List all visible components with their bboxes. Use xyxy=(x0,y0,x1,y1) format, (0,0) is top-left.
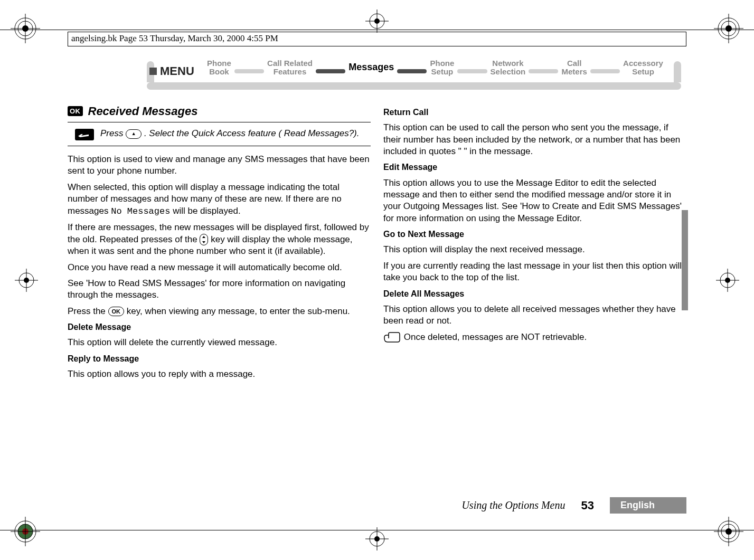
registration-mark-right-icon xyxy=(716,269,739,292)
paragraph: Press the OK key, when viewing any messa… xyxy=(68,306,371,317)
quick-access-note: Press . Select the Quick Access feature … xyxy=(68,122,371,146)
thumb-tab xyxy=(682,210,688,310)
qa-press: Press xyxy=(100,128,126,138)
section-title-text: Received Messages xyxy=(88,103,198,119)
quick-access-icon xyxy=(75,129,94,140)
subhead-go-to-next-message: Go to Next Message xyxy=(383,229,686,240)
paragraph: This option allows you to use the Messag… xyxy=(383,177,686,225)
ribbon-item-label: Setup xyxy=(632,68,654,76)
ribbon-item-label: Call Related xyxy=(267,59,313,68)
page-content: MENU Phone Book Call Related Features Me… xyxy=(68,46,686,514)
paragraph: See 'How to Read SMS Messages' for more … xyxy=(68,278,371,301)
quick-access-text: Press . Select the Quick Access feature … xyxy=(100,128,371,140)
qa-rest: . Select the Quick Access feature ( Read… xyxy=(144,128,360,138)
ribbon-item-label: Call xyxy=(567,59,582,68)
right-column: Return Call This option can be used to c… xyxy=(383,103,686,384)
pointing-hand-icon xyxy=(383,332,400,343)
ribbon-item-phone-book: Phone Book xyxy=(205,59,233,76)
text: will be displayed. xyxy=(173,206,241,216)
note-text: Once deleted, messages are NOT retrievab… xyxy=(404,332,587,342)
ribbon-item-label: Setup xyxy=(431,68,454,76)
paragraph: This option is used to view and manage a… xyxy=(68,154,371,177)
ribbon-item-messages: Messages xyxy=(346,62,396,72)
registration-mark-top-right-icon xyxy=(714,14,743,43)
ribbon-item-accessory-setup: Accessory Setup xyxy=(621,59,665,76)
footer-section-name: Using the Options Menu xyxy=(461,499,565,511)
registration-mark-bottom-right-icon xyxy=(714,517,743,546)
registration-mark-top-icon xyxy=(365,10,389,33)
ribbon-connector xyxy=(234,69,264,73)
ribbon-connector xyxy=(529,69,558,73)
ok-key-icon: OK xyxy=(108,307,125,316)
ribbon-item-call-related-features: Call Related Features xyxy=(265,59,315,76)
paragraph: This option will display the next receiv… xyxy=(383,244,686,255)
paragraph: This option will delete the currently vi… xyxy=(68,337,371,348)
ribbon-item-label: Phone xyxy=(207,59,231,68)
subhead-delete-message: Delete Message xyxy=(68,321,371,333)
menu-square-icon xyxy=(149,68,157,75)
subhead-reply-to-message: Reply to Message xyxy=(68,353,371,364)
paragraph: This option allows you to reply with a m… xyxy=(68,368,371,380)
ribbon-background xyxy=(147,82,681,90)
ribbon-item-phone-setup: Phone Setup xyxy=(428,59,456,76)
subhead-delete-all-messages: Delete All Messages xyxy=(383,288,686,299)
registration-mark-left-icon xyxy=(15,269,38,292)
footer-page-number: 53 xyxy=(581,499,594,512)
ribbon-item-label: Network xyxy=(492,59,523,68)
paragraph: If you are currently reading the last me… xyxy=(383,260,686,284)
ribbon-item-label: Meters xyxy=(561,68,587,76)
paragraph: This option can be used to call the pers… xyxy=(383,122,686,157)
ribbon-item-label: Accessory xyxy=(623,59,663,68)
registration-mark-bottom-left-icon xyxy=(11,517,40,546)
ribbon-item-call-meters: Call Meters xyxy=(559,59,589,76)
ribbon-item-label: Selection xyxy=(491,68,526,76)
text: key, when viewing any message, to enter … xyxy=(127,306,350,316)
ribbon-connector xyxy=(590,69,620,73)
page-footer: Using the Options Menu 53 English xyxy=(68,497,686,514)
subhead-edit-message: Edit Message xyxy=(383,162,686,173)
note-paragraph: Once deleted, messages are NOT retrievab… xyxy=(383,331,686,343)
ribbon-item-label: Features xyxy=(274,68,307,76)
section-title: OK Received Messages xyxy=(68,103,371,119)
subhead-return-call: Return Call xyxy=(383,107,686,118)
registration-mark-top-left-icon xyxy=(11,14,40,43)
paragraph: When selected, this option will display … xyxy=(68,182,371,217)
ok-badge-icon: OK xyxy=(68,106,83,116)
ribbon-item-network-selection: Network Selection xyxy=(488,59,528,76)
ribbon-items: Phone Book Call Related Features Message… xyxy=(205,59,665,76)
ribbon-connector-active xyxy=(397,69,427,73)
up-key-icon xyxy=(126,129,142,139)
ribbon-item-label: Phone xyxy=(430,59,454,68)
paragraph: If there are messages, the new messages … xyxy=(68,222,371,257)
footer-language-badge: English xyxy=(610,497,686,514)
menu-label-text: MENU xyxy=(160,64,194,78)
paragraph: Once you have read a new message it will… xyxy=(68,262,371,273)
file-info-header: angelsing.bk Page 53 Thursday, March 30,… xyxy=(68,32,686,46)
left-column: OK Received Messages Press . Select the … xyxy=(68,103,371,384)
body-columns: OK Received Messages Press . Select the … xyxy=(68,103,686,384)
registration-mark-bottom-icon xyxy=(365,527,389,550)
code-text: No Messages xyxy=(111,206,170,216)
menu-label: MENU xyxy=(149,64,194,78)
ribbon-item-label: Messages xyxy=(348,62,394,72)
scroll-key-icon xyxy=(200,234,208,245)
ribbon-item-label: Book xyxy=(209,68,229,76)
paragraph: This option allows you to delete all rec… xyxy=(383,303,686,327)
ribbon-connector xyxy=(457,69,487,73)
ribbon-connector-active xyxy=(316,69,345,73)
menu-ribbon: MENU Phone Book Call Related Features Me… xyxy=(68,56,686,93)
text: Press the xyxy=(68,306,108,316)
